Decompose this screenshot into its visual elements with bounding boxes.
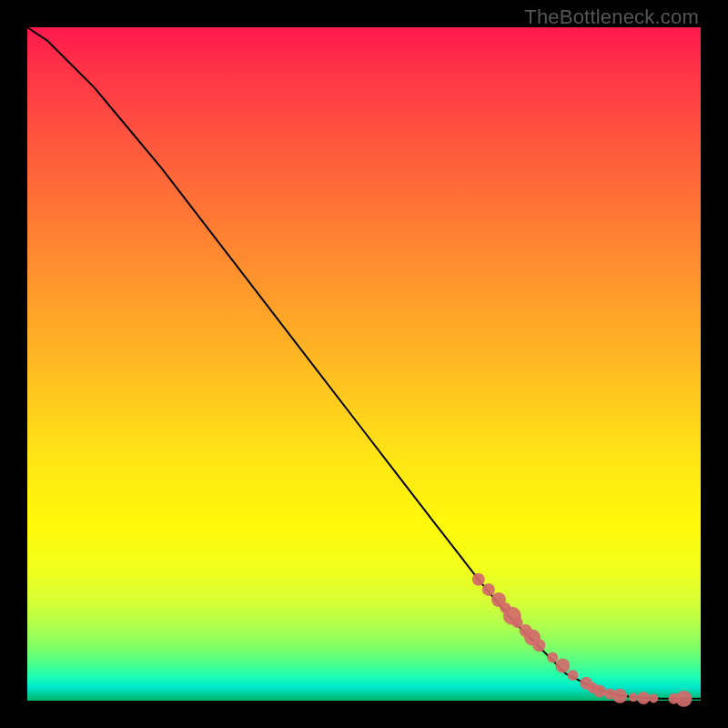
watermark-text: TheBottleneck.com (524, 5, 699, 29)
marker-dot (547, 652, 558, 663)
marker-dot (649, 693, 658, 703)
marker-dot (532, 639, 545, 652)
marker-dots-group (472, 573, 693, 707)
chart-svg (27, 27, 701, 701)
marker-dot (612, 689, 627, 703)
marker-dot (676, 691, 693, 707)
marker-dot (567, 670, 578, 681)
marker-dot (593, 685, 606, 698)
marker-dot (472, 573, 485, 586)
curve-trace (27, 27, 701, 699)
marker-dot (637, 692, 650, 704)
marker-dot (482, 583, 495, 596)
chart-frame (27, 27, 701, 701)
marker-dot (555, 659, 570, 673)
marker-dot (629, 693, 638, 702)
